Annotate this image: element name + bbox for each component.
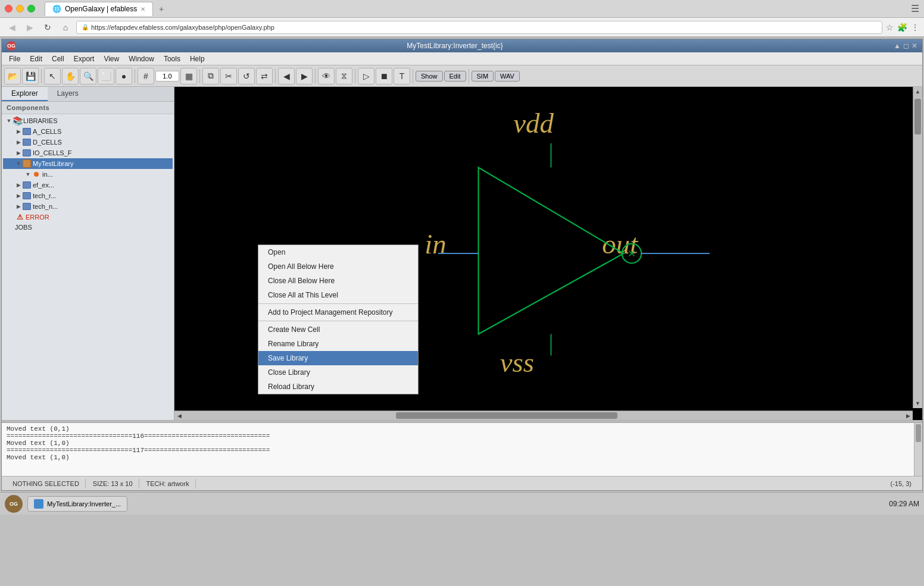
toolbar-rotate-btn[interactable]: ↺ [238, 68, 255, 84]
context-menu-rename-library[interactable]: Rename Library [258, 337, 418, 351]
toolbar-zoom-in-btn[interactable]: 🔍 [80, 68, 96, 84]
tech-r-label: tech_r... [33, 192, 56, 199]
context-menu-create-new-cell[interactable]: Create New Cell [258, 322, 418, 337]
scroll-down-arrow[interactable]: ▼ [913, 399, 922, 408]
context-menu-open[interactable]: Open [258, 245, 418, 259]
forward-button[interactable]: ▶ [23, 20, 37, 35]
toolbar-copy-btn[interactable]: ⧉ [202, 68, 219, 84]
toolbar-text-btn[interactable]: T [394, 68, 410, 84]
toolbar-edit-btn[interactable]: Edit [444, 71, 466, 82]
toolbar-layer-btn[interactable]: ⧖ [336, 68, 352, 84]
toolbar-zoom-box-btn[interactable]: ⬜ [98, 68, 114, 84]
toolbar-flip-btn[interactable]: ⇄ [256, 68, 273, 84]
taskbar-app-label: MyTestLibrary:Inverter_... [47, 500, 121, 507]
tree-node-inverter-test[interactable]: ▼ in... [3, 169, 173, 180]
a-cells-label: A_CELLS [33, 128, 61, 135]
context-menu-open-all-below[interactable]: Open All Below Here [258, 259, 418, 274]
tab-close-icon[interactable]: ✕ [141, 6, 145, 12]
taskbar-app-icon [34, 499, 43, 509]
status-coords: (-15, 3) [885, 479, 917, 488]
scroll-thumb-v[interactable] [914, 99, 921, 134]
toolbar-open-btn[interactable]: 📂 [4, 68, 21, 84]
tree-node-jobs[interactable]: JOBS [3, 223, 173, 232]
arrow-icon: ▼ [5, 118, 13, 124]
taskbar-app-button[interactable]: MyTestLibrary:Inverter_... [27, 496, 127, 512]
menu-tools[interactable]: Tools [159, 54, 185, 64]
menu-cell[interactable]: Cell [47, 54, 69, 64]
toolbar-undo-btn[interactable]: ◀ [278, 68, 295, 84]
toolbar-snap-btn[interactable]: ▦ [180, 68, 197, 84]
toolbar-stop-btn[interactable]: ⏹ [376, 68, 392, 84]
arrow-icon: ▶ [15, 139, 22, 145]
taskbar-logo: OG [5, 495, 23, 513]
context-menu-reload-library[interactable]: Reload Library [258, 380, 418, 394]
toolbar-eye-btn[interactable]: 👁 [318, 68, 335, 84]
app-minimize-icon[interactable]: ▲ [894, 42, 901, 50]
app-close-icon[interactable]: ✕ [911, 42, 917, 50]
maximize-button[interactable] [27, 5, 35, 12]
menu-file[interactable]: File [4, 54, 25, 64]
arrow-icon: ▶ [15, 182, 22, 188]
toolbar-show-btn[interactable]: Show [416, 71, 443, 82]
context-menu-close-all-below[interactable]: Close All Below Here [258, 274, 418, 288]
toolbar-grid-btn[interactable]: # [138, 68, 154, 84]
toolbar-zoom-level[interactable]: 1.0 [155, 71, 179, 82]
toolbar-pan-btn[interactable]: ✋ [62, 68, 79, 84]
toolbar-select-btn[interactable]: ↖ [44, 68, 61, 84]
tree-node-ef-ex[interactable]: ▶ ef_ex... [3, 180, 173, 190]
context-menu-close-library[interactable]: Close Library [258, 365, 418, 380]
log-scroll-thumb[interactable] [916, 424, 921, 442]
tree-node-d-cells[interactable]: ▶ D_CELLS [3, 137, 173, 148]
libraries-label: LIBRARIES [23, 117, 57, 124]
canvas-area[interactable]: vdd vss in out [174, 87, 922, 420]
tab-explorer[interactable]: Explorer [2, 87, 48, 101]
close-button[interactable] [5, 5, 13, 12]
log-area: Moved text (0,1) =======================… [2, 422, 922, 476]
back-button[interactable]: ◀ [5, 20, 19, 35]
tree-node-tech-n[interactable]: ▶ tech_n... [3, 201, 173, 212]
toolbar-sim-btn[interactable]: SIM [472, 71, 494, 82]
toolbar-run-btn[interactable]: ▷ [358, 68, 374, 84]
browser-tab[interactable]: 🌐 OpenGalaxy | efabless ✕ [45, 2, 153, 16]
toolbar-save-btn[interactable]: 💾 [22, 68, 39, 84]
tree-node-error[interactable]: ⚠ ERROR [3, 212, 173, 223]
tree-node-io-cells-f[interactable]: ▶ IO_CELLS_F [3, 148, 173, 158]
tree-node-tech-r[interactable]: ▶ tech_r... [3, 190, 173, 201]
cell-open-icon [32, 170, 41, 178]
menu-export[interactable]: Export [69, 54, 99, 64]
toolbar-wav-btn[interactable]: WAV [495, 71, 520, 82]
toolbar-redo-btn[interactable]: ▶ [296, 68, 313, 84]
tree-node-mytestlibrary[interactable]: ▼ MyTestLibrary [3, 158, 173, 169]
extension-icon[interactable]: 🧩 [897, 23, 907, 32]
scroll-thumb-h[interactable] [396, 412, 617, 419]
log-line-2: ================================116=====… [7, 433, 917, 440]
app-restore-icon[interactable]: ◻ [903, 42, 909, 50]
app-title: MyTestLibrary:Inverter_test{ic} [16, 42, 894, 50]
new-tab-button[interactable]: + [155, 3, 167, 15]
canvas-scrollbar-right[interactable]: ▲ ▼ [913, 87, 922, 408]
toolbar-paint-btn[interactable]: ● [116, 68, 132, 84]
tree-node-libraries[interactable]: ▼ 📚 LIBRARIES [3, 115, 173, 126]
browser-menu-icon[interactable]: ☰ [911, 3, 919, 14]
tree-node-a-cells[interactable]: ▶ A_CELLS [3, 126, 173, 137]
scroll-up-arrow[interactable]: ▲ [913, 87, 922, 96]
toolbar-sep-7 [413, 69, 413, 83]
overflow-icon[interactable]: ⋮ [911, 23, 919, 32]
home-button[interactable]: ⌂ [58, 20, 73, 35]
log-scrollbar[interactable] [914, 423, 922, 476]
menu-help[interactable]: Help [185, 54, 210, 64]
context-menu-save-library[interactable]: Save Library [258, 351, 418, 365]
toolbar-cut-btn[interactable]: ✂ [220, 68, 237, 84]
context-menu-close-all-level[interactable]: Close All at This Level [258, 288, 418, 302]
menu-window[interactable]: Window [124, 54, 159, 64]
menu-view[interactable]: View [99, 54, 124, 64]
log-line-1: Moved text (0,1) [7, 425, 917, 433]
menu-edit[interactable]: Edit [25, 54, 47, 64]
context-menu-add-to-project[interactable]: Add to Project Management Repository [258, 305, 418, 319]
minimize-button[interactable] [16, 5, 24, 12]
canvas-scrollbar-bottom[interactable]: ◀ ▶ [174, 410, 913, 420]
reload-button[interactable]: ↻ [40, 20, 55, 35]
bookmark-icon[interactable]: ☆ [886, 23, 894, 32]
url-bar[interactable]: 🔒 https://efappdev.efabless.com/galaxyba… [76, 21, 882, 34]
tab-layers[interactable]: Layers [48, 87, 88, 101]
